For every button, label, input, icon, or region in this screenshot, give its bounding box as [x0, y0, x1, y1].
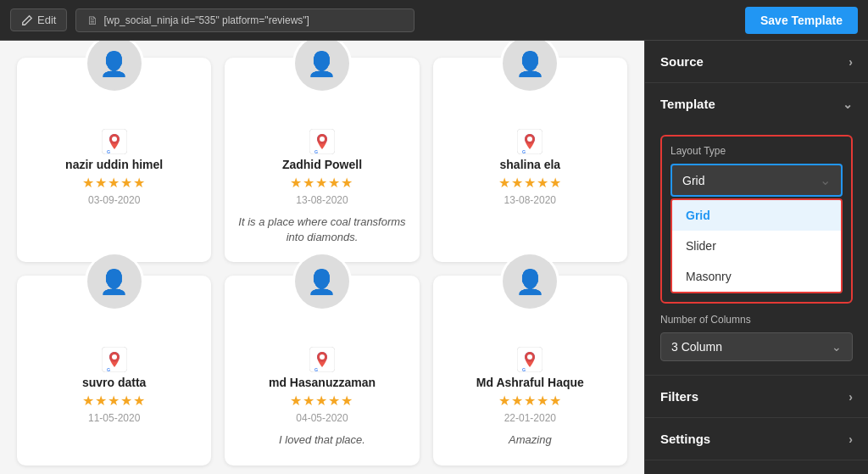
svg-point-2 [112, 137, 117, 142]
layout-selected-value: Grid [682, 174, 704, 187]
review-card: 👤 G shalina ela ★★★★★ 13-08-2020 [433, 58, 627, 262]
avatar-image: 👤 [295, 254, 349, 309]
avatar: 👤 [500, 252, 559, 311]
layout-option[interactable]: Grid [672, 200, 841, 231]
sidebar-source-section: Source › [645, 41, 868, 83]
reviewer-name: Md Ashraful Haque [476, 376, 584, 389]
review-card: 👤 G md Hasanuzzaman ★★★★★ 04-05-2020 I l… [225, 276, 419, 465]
topbar: Edit 🗎 [wp_social_ninja id="535" platfor… [0, 0, 868, 41]
sidebar-settings-section: Settings › [645, 418, 868, 460]
review-date: 22-01-2020 [504, 412, 556, 424]
avatar-image: 👤 [503, 254, 557, 309]
avatar-image: 👤 [503, 41, 557, 91]
layout-option[interactable]: Masonry [672, 261, 841, 292]
svg-point-6 [320, 137, 325, 142]
columns-chevron-icon: ⌄ [832, 340, 842, 354]
svg-text:G: G [107, 367, 110, 372]
settings-chevron-icon: › [849, 432, 853, 446]
avatar-image: 👤 [87, 41, 142, 91]
layout-type-label: Layout Type [670, 145, 843, 157]
star-rating: ★★★★★ [498, 175, 562, 191]
review-card: 👤 G Md Ashraful Haque ★★★★★ 22-01-2020 A… [433, 276, 627, 465]
layout-option[interactable]: Slider [672, 231, 841, 261]
template-label: Template [660, 97, 715, 111]
template-header[interactable]: Template ⌄ [645, 83, 868, 125]
avatar: 👤 [85, 252, 144, 311]
columns-container: Number of Columns 3 Column ⌄ [660, 314, 853, 361]
avatar: 👤 [292, 41, 352, 93]
filters-chevron-icon: › [849, 390, 853, 404]
sidebar: Source › Template ⌄ Layout Type Grid ⌄ [644, 41, 868, 474]
svg-point-14 [112, 354, 117, 360]
layout-dropdown-list: GridSliderMasonry [670, 198, 843, 293]
shortcode-display: 🗎 [wp_social_ninja id="535" platform="re… [75, 8, 415, 32]
cards-grid: 👤 G nazir uddin himel ★★★★★ 03-09-2020 👤 [17, 58, 627, 466]
star-rating: ★★★★★ [290, 393, 353, 409]
filters-label: Filters [660, 389, 698, 404]
cards-area: 👤 G nazir uddin himel ★★★★★ 03-09-2020 👤 [0, 41, 644, 474]
reviewer-name: shalina ela [500, 158, 561, 171]
reviewer-name: md Hasanuzzaman [269, 376, 376, 389]
reviewer-name: nazir uddin himel [65, 158, 163, 171]
star-rating: ★★★★★ [290, 175, 353, 191]
edit-label: Edit [37, 14, 56, 26]
save-template-button[interactable]: Save Template [745, 7, 858, 34]
review-text: It is a place where coal transforms into… [238, 215, 405, 245]
review-card: 👤 G Zadhid Powell ★★★★★ 13-08-2020 It is… [225, 58, 419, 262]
review-card: 👤 G suvro datta ★★★★★ 11-05-2020 [17, 276, 211, 465]
svg-text:G: G [522, 149, 526, 154]
source-label: Source [660, 54, 704, 69]
columns-selected-value: 3 Column [671, 340, 722, 354]
svg-point-18 [320, 354, 325, 360]
reviewer-name: suvro datta [82, 376, 146, 389]
avatar: 👤 [292, 252, 352, 311]
template-body: Layout Type Grid ⌄ GridSliderMasonry Num… [645, 125, 868, 375]
svg-text:G: G [314, 149, 318, 154]
filters-header[interactable]: Filters › [645, 376, 868, 417]
avatar-image: 👤 [87, 254, 142, 309]
svg-text:G: G [314, 367, 318, 372]
review-card: 👤 G nazir uddin himel ★★★★★ 03-09-2020 [17, 58, 211, 262]
star-rating: ★★★★★ [82, 393, 146, 409]
pagination-header[interactable]: Pagination Settings › [645, 460, 868, 474]
columns-label: Number of Columns [660, 314, 853, 326]
svg-point-10 [527, 137, 532, 142]
sidebar-template-section: Template ⌄ Layout Type Grid ⌄ GridSlider… [645, 83, 868, 376]
review-date: 13-08-2020 [504, 194, 556, 206]
card-content: G shalina ela ★★★★★ 13-08-2020 [498, 129, 562, 206]
reviewer-name: Zadhid Powell [282, 158, 362, 171]
review-date: 13-08-2020 [296, 194, 348, 206]
svg-text:G: G [107, 149, 110, 154]
star-rating: ★★★★★ [82, 175, 146, 191]
avatar-image: 👤 [295, 41, 349, 91]
settings-label: Settings [660, 432, 710, 446]
review-date: 11-05-2020 [88, 412, 140, 424]
main-content: 👤 G nazir uddin himel ★★★★★ 03-09-2020 👤 [0, 41, 868, 474]
source-chevron-icon: › [849, 55, 853, 69]
columns-dropdown[interactable]: 3 Column ⌄ [660, 332, 853, 361]
card-content: G md Hasanuzzaman ★★★★★ 04-05-2020 I lov… [269, 347, 376, 448]
sidebar-pagination-section: Pagination Settings › [645, 460, 868, 474]
layout-chevron-up-icon: ⌄ [820, 172, 831, 188]
avatar: 👤 [500, 41, 559, 93]
layout-type-container: Layout Type Grid ⌄ GridSliderMasonry [660, 135, 853, 304]
card-content: G nazir uddin himel ★★★★★ 03-09-2020 [65, 129, 163, 206]
template-chevron-icon: ⌄ [843, 98, 853, 111]
edit-icon [21, 14, 33, 26]
edit-button[interactable]: Edit [10, 8, 67, 31]
review-text: Amazing [509, 432, 552, 448]
review-date: 04-05-2020 [296, 412, 348, 424]
review-text: I loved that place. [279, 432, 365, 448]
source-header[interactable]: Source › [645, 41, 868, 82]
settings-header[interactable]: Settings › [645, 418, 868, 460]
shortcode-icon: 🗎 [86, 14, 98, 27]
star-rating: ★★★★★ [498, 393, 562, 409]
card-content: G suvro datta ★★★★★ 11-05-2020 [82, 347, 146, 424]
avatar: 👤 [85, 41, 144, 93]
shortcode-text: [wp_social_ninja id="535" platform="revi… [103, 14, 309, 26]
layout-dropdown-selected[interactable]: Grid ⌄ [670, 164, 843, 197]
card-content: G Md Ashraful Haque ★★★★★ 22-01-2020 Ama… [476, 347, 584, 448]
svg-text:G: G [522, 367, 526, 372]
card-content: G Zadhid Powell ★★★★★ 13-08-2020 It is a… [238, 129, 405, 245]
svg-point-22 [527, 354, 532, 360]
